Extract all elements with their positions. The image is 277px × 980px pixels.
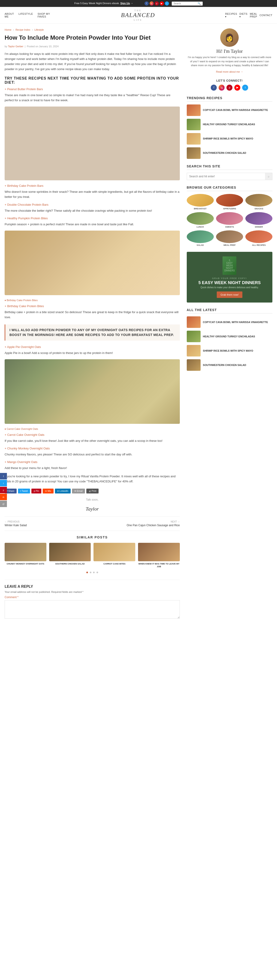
link4-desc: Pumpkin season + protein is a perfect ma… [5, 222, 180, 227]
similar-item-2[interactable]: SOUTHERN CHICKEN SALAD [49, 543, 91, 568]
share-pinterest-btn[interactable]: p [0, 487, 7, 493]
banner-text: Free 5 Easy Week Night Dinners ebook. [74, 2, 120, 5]
nav-shop[interactable]: Shop my Faves [38, 13, 51, 18]
breadcrumb-lifestyle[interactable]: Lifestyle [34, 29, 44, 31]
nav-diets[interactable]: Diets ▾ [239, 13, 247, 18]
cat-sweets[interactable]: Sweets [216, 212, 243, 228]
nav-lifestyle[interactable]: Lifestyle [18, 13, 33, 18]
cat-mealprep[interactable]: Meal Prep [216, 231, 243, 246]
cat-salad[interactable]: Salad [187, 231, 214, 246]
similar-title-3: CARROT CAKE BITES [93, 563, 135, 565]
latest-section: All the Latest COPYCAT CAVA BOWL WITH HA… [187, 308, 272, 371]
ad-cta-button[interactable]: Grab them now! [217, 291, 242, 298]
latest-item-4[interactable]: SOUTHWESTERN CHICKEN SALAD [187, 359, 272, 371]
nav-about[interactable]: About Me [5, 13, 14, 18]
nav-recipes[interactable]: Recipes ▾ [225, 13, 237, 18]
social-instagram-icon[interactable]: ig [219, 84, 224, 91]
next-post: NEXT → One Pan Cajun Chicken Sausage and… [127, 520, 180, 527]
trending-item-1[interactable]: COPYCAT CAVA BOWL WITH HARISSA VINAIGRET… [187, 105, 272, 116]
recipe-link-2[interactable]: Birthday Cake Protein Bars [5, 184, 180, 188]
cat-snacks[interactable]: Snacks [245, 194, 272, 210]
recipe-link-1[interactable]: Peanut Butter Protein Bars [5, 88, 180, 91]
cat-mealprep-img [216, 231, 243, 243]
read-more-link[interactable]: Read more about me [216, 70, 243, 73]
social-share-sidebar: f t p m @ [0, 473, 7, 507]
comment-input[interactable] [5, 600, 180, 619]
header-facebook-icon[interactable]: f [144, 2, 149, 6]
header-nav-left: About Me Lifestyle Shop my Faves [5, 13, 51, 18]
recipe-link-8[interactable]: Chunky Monkey Overnight Oats [5, 447, 180, 450]
cat-dinner[interactable]: Dinner [245, 212, 272, 228]
trending-item-4[interactable]: SOUTHWESTERN CHICKEN SALAD [187, 147, 272, 159]
latest-item-2[interactable]: HEALTHY GROUND TURKEY ENCHILADAS [187, 331, 272, 342]
header-search-input[interactable] [174, 2, 197, 5]
sidebar-search-button[interactable]: ⌕ [265, 173, 272, 180]
nav-mealprep[interactable]: Meal Prep [250, 13, 257, 18]
food-image-3 [5, 359, 180, 424]
prev-post-link[interactable]: Winter Kale Salad [5, 523, 27, 527]
header-pinterest-icon[interactable]: p [155, 2, 159, 6]
dot-2[interactable] [90, 572, 91, 573]
header-twitter-icon[interactable]: t [165, 2, 169, 6]
similar-title-4: WHEN KNEW IT WAS TIME TO LEAVE MY JOB [138, 563, 180, 568]
recipe-link-7[interactable]: Carrot Cake Overnight Oats [5, 433, 180, 436]
cat-lunch-label: Lunch [187, 226, 214, 228]
share-print[interactable]: 🖨 Print [86, 488, 99, 493]
cat-dinner-img [245, 212, 272, 225]
header-youtube-icon[interactable]: ▶ [160, 2, 164, 6]
dot-3[interactable] [93, 572, 94, 573]
social-facebook-icon[interactable]: f [211, 84, 217, 91]
author-link[interactable]: Taylor Gerber [8, 45, 23, 48]
cat-appetizers[interactable]: Appetizers [216, 194, 243, 210]
share-linkedin[interactable]: in LinkedIn [55, 488, 70, 493]
logo-life: LIFE [51, 19, 225, 21]
dot-1[interactable] [86, 572, 88, 573]
social-youtube-icon[interactable]: ▶ [234, 84, 240, 91]
dot-4[interactable] [96, 572, 98, 573]
similar-grid: CHUNKY MONKEY OVERNIGHT OATS SOUTHERN CH… [5, 543, 180, 568]
similar-item-3[interactable]: CARROT CAKE BITES [93, 543, 135, 568]
share-twitter[interactable]: t Tweet [18, 488, 30, 493]
latest-item-3[interactable]: SHRIMP RICE BOWLS WITH SPICY MAYO [187, 345, 272, 356]
recipe-link-9[interactable]: Mango Overnight Oats [5, 460, 180, 464]
breadcrumb-recipe-index[interactable]: Recipe Index [16, 29, 30, 31]
logo-balanced: BALANCED [121, 12, 155, 18]
share-facebook-btn[interactable]: f [0, 473, 7, 479]
recipe-link-3[interactable]: Double Chocolate Protein Bars [5, 203, 180, 206]
share-twitter-btn[interactable]: t [0, 480, 7, 486]
trending-item-3[interactable]: SHRIMP RICE BOWLS WITH SPICY MAYO [187, 133, 272, 145]
recipe-link-6[interactable]: Apple Pie Overnight Oats [5, 345, 180, 348]
breadcrumb-home[interactable]: Home [5, 29, 11, 31]
latest-img-1 [187, 317, 200, 328]
recipe-link-4[interactable]: Healthy Pumpkin Protein Bites [5, 216, 180, 220]
header-instagram-icon[interactable]: ig [150, 2, 154, 6]
article-title: How To Include More Protein Powder Into … [5, 34, 180, 42]
recipe-link-5[interactable]: Birthday Cake Protein Bites [5, 304, 180, 308]
cat-breakfast[interactable]: Breakfast [187, 194, 214, 210]
share-email[interactable]: ✉ Email [72, 488, 85, 493]
share-email-btn[interactable]: @ [0, 501, 7, 507]
latest-img-3 [187, 345, 200, 356]
latest-item-1[interactable]: COPYCAT CAVA BOWL WITH HARISSA VINAIGRET… [187, 317, 272, 328]
trending-title-4: SOUTHWESTERN CHICKEN SALAD [203, 151, 246, 155]
share-mix-btn[interactable]: m [0, 494, 7, 500]
similar-item-4[interactable]: WHEN KNEW IT WAS TIME TO LEAVE MY JOB [138, 543, 180, 568]
trending-item-2[interactable]: HEALTHY GROUND TURKEY ENCHILADAS [187, 119, 272, 130]
social-twitter-icon[interactable]: t [242, 84, 248, 91]
link5-desc: Birthday cake + protein in a bite sized … [5, 310, 180, 320]
next-post-link[interactable]: One Pan Cajun Chicken Sausage and Rice [127, 523, 180, 527]
similar-img-4 [138, 543, 180, 561]
banner-cta[interactable]: Sign Up [120, 2, 130, 5]
meta-author: by Taylor Gerber [5, 45, 23, 48]
social-pinterest-icon[interactable]: p [226, 84, 232, 91]
search-box: ⌕ [187, 173, 272, 180]
nav-contact[interactable]: Contact [259, 14, 272, 17]
similar-item-1[interactable]: CHUNKY MONKEY OVERNIGHT OATS [5, 543, 46, 568]
sidebar-search-input[interactable] [187, 173, 265, 180]
latest-title-1: COPYCAT CAVA BOWL WITH HARISSA VINAIGRET… [203, 321, 268, 324]
share-mix[interactable]: m Mix [43, 488, 54, 493]
share-pinterest[interactable]: p Pin [31, 488, 41, 493]
cat-lunch[interactable]: Lunch [187, 212, 214, 228]
cat-all[interactable]: All Recipes [245, 231, 272, 246]
header-search-icon[interactable]: 🔍 [198, 2, 201, 5]
